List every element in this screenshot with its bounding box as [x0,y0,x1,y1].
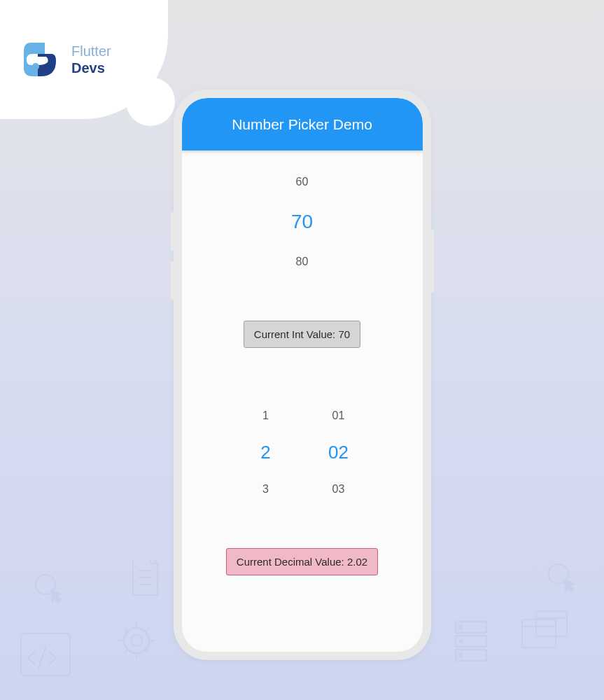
app-bar-title: Number Picker Demo [232,116,372,133]
svg-rect-14 [522,620,556,648]
int-picker-current[interactable]: 70 [291,211,313,233]
int-picker-next[interactable]: 80 [296,255,309,268]
cursor-icon [545,560,583,598]
svg-point-0 [32,63,39,70]
phone-power-button [431,230,434,293]
svg-point-11 [460,626,463,629]
phone-volume-down [171,261,174,300]
phone-frame: Number Picker Demo 60 70 80 Current Int … [174,90,431,660]
code-icon [14,623,77,686]
decimal-fraction-column[interactable]: 01 02 03 [319,410,358,496]
decimal-whole-next[interactable]: 3 [262,483,269,496]
int-number-picker[interactable]: 60 70 80 [291,176,313,268]
decimal-fraction-current[interactable]: 02 [328,442,349,463]
svg-point-3 [131,635,142,646]
decimal-whole-prev[interactable]: 1 [262,410,269,422]
svg-point-13 [460,654,463,657]
decimal-whole-current[interactable]: 2 [260,442,270,463]
svg-rect-1 [21,634,70,676]
svg-rect-16 [536,611,567,636]
decimal-number-picker[interactable]: 1 2 3 01 02 03 [246,410,358,496]
flutter-devs-logo-icon [17,37,62,82]
logo-text: Flutter Devs [71,43,111,76]
document-icon [126,560,164,598]
svg-point-12 [460,640,463,643]
cursor-icon [31,570,70,609]
int-picker-prev[interactable]: 60 [296,176,309,188]
phone-volume-up [171,212,174,251]
windows-icon [517,606,573,658]
decimal-whole-column[interactable]: 1 2 3 [246,410,286,496]
gear-icon [112,616,161,665]
logo-container: Flutter Devs [0,0,168,119]
app-content: 60 70 80 Current Int Value: 70 1 2 3 01 … [182,150,423,652]
int-value-badge: Current Int Value: 70 [244,321,360,348]
logo-line-devs: Devs [71,59,111,76]
phone-screen: Number Picker Demo 60 70 80 Current Int … [182,98,423,652]
decimal-fraction-prev[interactable]: 01 [332,410,345,422]
server-icon [450,616,492,665]
app-bar: Number Picker Demo [182,98,423,150]
decimal-fraction-next[interactable]: 03 [332,483,345,496]
decimal-value-badge: Current Decimal Value: 2.02 [226,548,378,575]
logo-line-flutter: Flutter [71,43,111,59]
